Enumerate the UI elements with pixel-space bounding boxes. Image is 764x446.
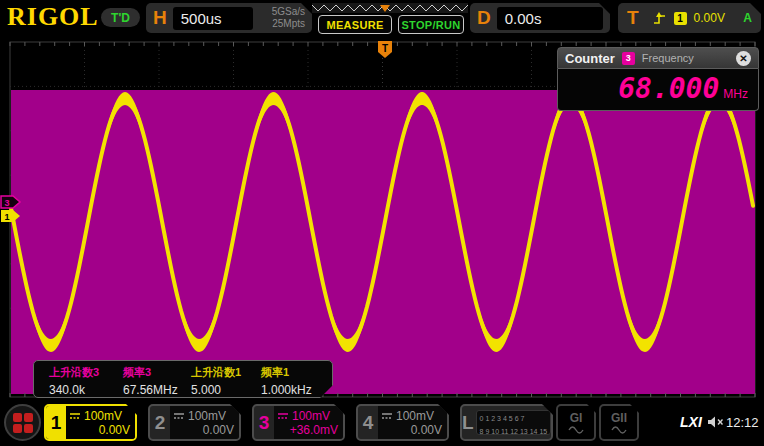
- channel-scale: 100mV: [188, 409, 226, 423]
- sample-rate: 5GSa/s: [272, 6, 305, 17]
- memory-depth: 25Mpts: [272, 18, 305, 29]
- generator-2-box[interactable]: GII: [599, 404, 639, 441]
- channel-number: 1: [46, 406, 66, 439]
- clock-time: 12:12: [726, 415, 759, 430]
- rising-edge-icon: [652, 11, 667, 25]
- counter-mode-label: Frequency: [642, 52, 694, 64]
- horizontal-label: H: [153, 7, 167, 29]
- channel-scale: 100mV: [84, 409, 122, 423]
- trigger-mode: A: [743, 11, 752, 25]
- rigol-logo: RIGOL: [7, 2, 99, 32]
- oscilloscope-screen: RIGOL T'D H 500us 5GSa/s 25Mpts MEASURE …: [0, 0, 764, 446]
- dc-coupling-icon: [277, 412, 289, 420]
- logic-label: L: [462, 406, 474, 439]
- measurement-item: 上升沿数1 5.000: [191, 365, 241, 397]
- logic-analyzer-box[interactable]: L 0 1 2 3 4 5 6 7 8 9 10 11 12 13 14 15: [460, 404, 553, 441]
- delay-label: D: [477, 7, 491, 29]
- channel-1-box[interactable]: 1 100mV 0.00V: [44, 404, 137, 441]
- sine-wave-icon: [568, 426, 584, 434]
- measurement-label: 频率1: [261, 365, 312, 380]
- dc-coupling-icon: [173, 412, 185, 420]
- delay-value[interactable]: 0.00s: [497, 7, 603, 30]
- timebase-value[interactable]: 500us: [173, 7, 253, 30]
- bottom-channel-bar: 1 100mV 0.00V 2: [0, 400, 764, 446]
- measurement-value: 5.000: [191, 383, 241, 397]
- lxi-status: LXI: [680, 414, 702, 430]
- measurement-value: 67.56MHz: [123, 383, 178, 397]
- generator-1-box[interactable]: GI: [556, 404, 596, 441]
- measurement-value: 340.0k: [49, 383, 99, 397]
- channel-2-box[interactable]: 2 100mV 0.00V: [148, 404, 241, 441]
- sound-muted-icon[interactable]: [707, 415, 724, 429]
- counter-unit: MHz: [723, 87, 748, 101]
- trigger-status-badge: T'D: [101, 8, 140, 27]
- digital-channel-list: 0 1 2 3 4 5 6 7 8 9 10 11 12 13 14 15: [476, 410, 552, 435]
- menu-button[interactable]: [4, 404, 41, 441]
- top-status-bar: RIGOL T'D H 500us 5GSa/s 25Mpts MEASURE …: [0, 0, 764, 36]
- counter-value: 68.000: [618, 69, 719, 109]
- stop-run-button[interactable]: STOP/RUN: [398, 15, 464, 34]
- counter-titlebar: Counter 3 Frequency ✕: [557, 47, 759, 69]
- counter-readout: 68.000 MHz: [557, 69, 759, 111]
- channel-4-box[interactable]: 4 100mV 0.00V: [356, 404, 449, 441]
- measurement-item: 频率1 1.000kHz: [261, 365, 312, 397]
- svg-text:T: T: [382, 43, 388, 54]
- channel-number: 3: [254, 406, 274, 439]
- timebase-ribbon: [312, 2, 468, 14]
- trigger-label: T: [627, 7, 639, 29]
- close-icon[interactable]: ✕: [736, 51, 751, 66]
- channel-offset: 0.00V: [173, 423, 234, 437]
- svg-text:1: 1: [4, 212, 9, 222]
- acquisition-info: 5GSa/s 25Mpts: [272, 6, 305, 30]
- horizontal-timebase-block[interactable]: H 500us 5GSa/s 25Mpts: [146, 3, 312, 33]
- measurement-label: 频率3: [123, 365, 178, 380]
- digital-channels-row: 8 9 10 11 12 13 14 15: [480, 426, 548, 439]
- measurement-item: 上升沿数3 340.0k: [49, 365, 99, 397]
- dc-coupling-icon: [381, 412, 393, 420]
- counter-panel: Counter 3 Frequency ✕ 68.000 MHz: [557, 47, 759, 111]
- generator-label: GII: [611, 412, 627, 424]
- trigger-source-badge: 1: [674, 12, 687, 25]
- measurement-label: 上升沿数3: [49, 365, 99, 380]
- generator-label: GI: [570, 412, 583, 424]
- measurement-value: 1.000kHz: [261, 383, 312, 397]
- channel-number: 2: [150, 406, 170, 439]
- trigger-position-marker[interactable]: T: [378, 41, 392, 58]
- svg-text:3: 3: [4, 198, 9, 208]
- trigger-level-value: 0.00V: [694, 11, 725, 25]
- sine-wave-icon: [611, 426, 627, 434]
- measurement-item: 频率3 67.56MHz: [123, 365, 178, 397]
- measure-button[interactable]: MEASURE: [318, 15, 392, 34]
- measurement-panel: 上升沿数3 340.0k 频率3 67.56MHz 上升沿数1 5.000 频率…: [33, 360, 333, 398]
- menu-grid-icon: [13, 413, 33, 433]
- channel-offset: 0.00V: [381, 423, 442, 437]
- counter-channel-badge: 3: [622, 52, 635, 65]
- delay-block[interactable]: D 0.00s: [470, 3, 610, 33]
- channel-offset: +36.0mV: [277, 423, 338, 437]
- channel-scale: 100mV: [396, 409, 434, 423]
- channel-offset: 0.00V: [69, 423, 130, 437]
- dc-coupling-icon: [69, 412, 81, 420]
- channel-3-box[interactable]: 3 100mV +36.0mV: [252, 404, 345, 441]
- trigger-block[interactable]: T 1 0.00V A: [618, 3, 761, 33]
- counter-title: Counter: [565, 51, 615, 66]
- channel-scale: 100mV: [292, 409, 330, 423]
- digital-channels-row: 0 1 2 3 4 5 6 7: [480, 413, 548, 426]
- measurement-label: 上升沿数1: [191, 365, 241, 380]
- channel-number: 4: [358, 406, 378, 439]
